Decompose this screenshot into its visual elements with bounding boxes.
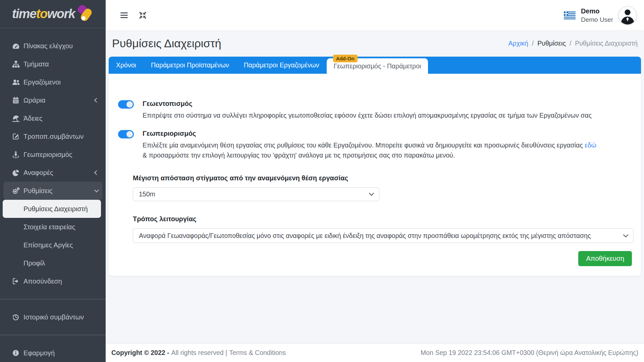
addon-badge: Add-On — [333, 55, 358, 62]
topbar: Demo Demo User — [106, 0, 644, 31]
users-icon — [11, 78, 20, 86]
geolocation-label: Γεωεντοπισμός — [143, 100, 592, 108]
user-zone: Demo Demo User — [564, 6, 637, 24]
sidebar-subitem-profile[interactable]: Προφίλ — [0, 254, 106, 272]
tab-times[interactable]: Χρόνοι — [109, 57, 144, 74]
sidebar: timetowork Πίνακας ελέγχου Τμήματα — [0, 0, 106, 362]
save-button[interactable]: Αποθήκευση — [578, 251, 632, 266]
calendar-icon — [11, 96, 20, 104]
tab-employee-params[interactable]: Παράμετροι Εργαζομένων — [236, 57, 327, 74]
history-icon — [11, 313, 20, 321]
max-distance-select[interactable]: 150m — [133, 187, 379, 201]
avatar[interactable] — [619, 6, 637, 24]
app-root: timetowork Πίνακας ελέγχου Τμήματα — [0, 0, 644, 362]
sidebar-item-label: Τροποπ.συμβάντων — [23, 133, 84, 140]
geofencing-description: Επιλέξτε μία αναμενόμενη θέση εργασίας σ… — [143, 140, 596, 160]
sidebar-item-label: Εφαρμογή — [23, 349, 55, 357]
operation-mode-select[interactable]: Αναφορά Γεωαναφοράς/Γεωτοποθεσίας μόνο σ… — [133, 228, 634, 243]
breadcrumb-home-link[interactable]: Αρχική — [508, 40, 528, 47]
sidebar-item-logout[interactable]: Αποσύνδεση — [0, 272, 106, 290]
breadcrumb-separator: / — [532, 40, 534, 47]
sidebar-item-label: Πίνακας ελέγχου — [23, 42, 73, 50]
tab-label: Παράμετροι Εργαζομένων — [244, 61, 319, 69]
sidebar-item-settings[interactable]: Ρυθμίσεις — [3, 182, 102, 200]
footer-copyright: Copyright © 2022 - — [111, 349, 169, 357]
info-circle-icon — [11, 349, 20, 357]
sidebar-item-schedules[interactable]: Ωράρια — [0, 91, 106, 109]
app-logo[interactable]: timetowork — [0, 0, 106, 28]
sidebar-item-dashboard[interactable]: Πίνακας ελέγχου — [0, 37, 106, 55]
sidebar-item-geofencing[interactable]: Γεωπεριορισμός — [0, 145, 106, 164]
breadcrumb-settings-link[interactable]: Ρυθμίσεις — [537, 40, 566, 47]
main-column: Demo Demo User Ρυθμίσεις Διαχειριστή Αρχ… — [106, 0, 644, 362]
geolocation-toggle[interactable] — [118, 100, 134, 109]
operation-mode-value: Αναφορά Γεωαναφοράς/Γεωτοποθεσίας μόνο σ… — [139, 232, 591, 240]
operation-mode-label: Τρόπος λειτουργίας — [133, 215, 632, 223]
sitemap-icon — [11, 60, 20, 68]
menu-toggle-button[interactable] — [118, 10, 130, 20]
footer-rights: All rights reserved | — [171, 349, 227, 357]
chevron-left-icon — [94, 98, 99, 103]
here-link[interactable]: εδώ — [585, 141, 596, 149]
cogs-icon — [11, 187, 20, 195]
logo-mark-icon — [76, 5, 94, 23]
sidebar-item-event-history[interactable]: Ιστορικό συμβάντων — [0, 308, 106, 326]
terms-link[interactable]: Terms & Conditions — [229, 349, 286, 357]
sidebar-item-app-info[interactable]: Εφαρμογή — [0, 344, 106, 362]
footer: Copyright © 2022 - All rights reserved |… — [106, 343, 644, 362]
user-menu[interactable]: Demo Demo User — [581, 7, 613, 24]
sidebar-item-employees[interactable]: Εργαζόμενοι — [0, 73, 106, 91]
sidebar-item-label: Άδειες — [23, 115, 42, 122]
sidebar-nav: Πίνακας ελέγχου Τμήματα Εργαζόμενοι Ωράρ… — [0, 28, 106, 362]
footer-datetime: Mon Sep 19 2022 23:54:06 GMT+0300 (Θεριν… — [421, 349, 638, 357]
sign-out-icon — [11, 277, 20, 285]
logo-to: to — [36, 7, 47, 21]
tab-panel: Γεωεντοπισμός Επιτρέψτε στο σύστημα να σ… — [109, 74, 641, 276]
geofencing-label: Γεωπεριορισμός — [143, 129, 596, 138]
tab-supervisor-params[interactable]: Παράμετροι Προϊσταμένων — [144, 57, 236, 74]
tachometer-icon — [11, 42, 20, 50]
tab-bar: Χρόνοι Παράμετροι Προϊσταμένων Παράμετρο… — [109, 57, 641, 74]
logo-time: time — [12, 7, 36, 21]
sidebar-item-label: Ωράρια — [23, 97, 45, 104]
geofencing-setting: Γεωπεριορισμός Επιλέξτε μία αναμενόμενη … — [118, 129, 632, 160]
sidebar-subitem-label: Προφίλ — [23, 259, 45, 267]
sidebar-subitem-company-details[interactable]: Στοιχεία εταιρείας — [0, 218, 106, 236]
geofencing-toggle[interactable] — [118, 130, 134, 138]
chevron-down-icon — [94, 187, 99, 192]
max-distance-value: 150m — [139, 190, 155, 198]
greek-flag-icon[interactable] — [564, 11, 576, 19]
chart-pie-icon — [11, 169, 20, 177]
chevron-down-icon — [623, 232, 629, 237]
settings-card: Χρόνοι Παράμετροι Προϊσταμένων Παράμετρο… — [109, 57, 641, 276]
chevron-down-icon — [369, 191, 374, 196]
sidebar-subitem-admin-settings[interactable]: Ρυθμίσεις Διαχειριστή — [3, 200, 101, 218]
tab-label: Χρόνοι — [116, 61, 136, 69]
sidebar-subitem-official-holidays[interactable]: Επίσημες Αργίες — [0, 236, 106, 254]
sidebar-subitem-label: Ρυθμίσεις Διαχειριστή — [23, 205, 88, 213]
sidebar-item-label: Ιστορικό συμβάντων — [23, 313, 84, 321]
sidebar-item-reports[interactable]: Αναφορές — [0, 164, 106, 182]
divider — [0, 335, 106, 335]
content-area: Ρυθμίσεις Διαχειριστή Αρχική / Ρυθμίσεις… — [106, 31, 644, 343]
edit-icon — [11, 132, 20, 140]
umbrella-beach-icon — [11, 114, 20, 122]
page-title: Ρυθμίσεις Διαχειριστή — [112, 37, 221, 50]
geofencing-description-line1: Επιλέξτε μία αναμενόμενη θέση εργασίας σ… — [143, 141, 583, 149]
sidebar-item-event-edits[interactable]: Τροποπ.συμβάντων — [0, 127, 106, 145]
geolocation-description: Επιτρέψτε στο σύστημα να συλλέγει πληροφ… — [143, 110, 592, 120]
sidebar-item-leaves[interactable]: Άδειες — [0, 109, 106, 127]
tab-label: Γεωπεριορισμός - Παράμετροι — [334, 62, 421, 70]
geolocation-setting: Γεωεντοπισμός Επιτρέψτε στο σύστημα να σ… — [118, 100, 632, 120]
tab-label: Παράμετροι Προϊσταμένων — [151, 61, 229, 69]
compress-button[interactable] — [139, 11, 147, 19]
sidebar-item-label: Αναφορές — [23, 169, 53, 177]
tab-geofencing-params[interactable]: Add-On Γεωπεριορισμός - Παράμετροι — [327, 58, 428, 74]
divider — [0, 299, 106, 299]
sidebar-item-departments[interactable]: Τμήματα — [0, 55, 106, 73]
breadcrumb-separator: / — [570, 40, 571, 47]
breadcrumb-current: Ρυθμίσεις Διαχειριστή — [575, 40, 638, 47]
sidebar-item-label: Ρυθμίσεις — [23, 187, 53, 195]
compress-icon — [139, 11, 147, 19]
sidebar-item-label: Γεωπεριορισμός — [23, 151, 72, 159]
